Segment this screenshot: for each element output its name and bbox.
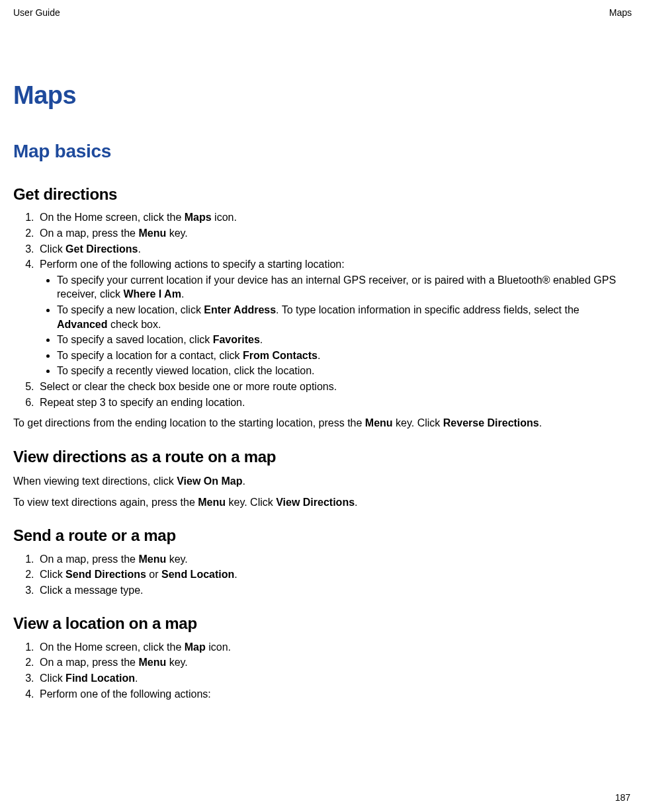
bold-text: View On Map	[177, 475, 242, 487]
list-item: Click Get Directions.	[37, 242, 632, 257]
text: To specify a new location, click	[57, 304, 204, 315]
list-item: Perform one of the following actions to …	[37, 257, 632, 378]
text: Select or clear the check box beside one…	[40, 381, 337, 392]
bold-text: From Contacts	[243, 350, 318, 361]
list-item: To specify your current location if your…	[57, 273, 632, 302]
text: .	[355, 497, 357, 508]
topic-view-location-title: View a location on a map	[13, 613, 632, 634]
text: Click	[40, 672, 65, 684]
bold-text: Favorites	[213, 334, 260, 345]
section-title: Map basics	[13, 139, 632, 164]
text: .	[234, 569, 237, 580]
text: Click a message type.	[40, 585, 144, 596]
text: .	[318, 350, 320, 361]
list-item: To specify a location for a contact, cli…	[57, 348, 632, 363]
sub-bullets: To specify your current location if your…	[40, 273, 632, 378]
list-item: To specify a recently viewed location, c…	[57, 364, 632, 378]
text: To view text directions again, press the	[13, 497, 198, 508]
text: To get directions from the ending locati…	[13, 417, 365, 428]
list-item: Click Send Directions or Send Location.	[37, 567, 632, 582]
text: When viewing text directions, click	[13, 475, 177, 487]
text: key. Click	[226, 497, 276, 508]
bold-text: Menu	[365, 417, 393, 428]
view-location-steps: On the Home screen, click the Map icon. …	[13, 640, 632, 701]
text: On a map, press the	[40, 657, 138, 668]
bold-text: Where I Am	[123, 288, 181, 300]
text: Repeat step 3 to specify an ending locat…	[40, 397, 245, 408]
chapter-title: Maps	[13, 79, 632, 112]
list-item: On the Home screen, click the Maps icon.	[37, 210, 632, 225]
text: key. Click	[393, 417, 443, 428]
text: .	[260, 334, 263, 345]
list-item: To specify a new location, click Enter A…	[57, 303, 632, 331]
bold-text: Menu	[198, 497, 226, 508]
text: To specify a location for a contact, cli…	[57, 350, 243, 361]
text: .	[138, 243, 140, 255]
list-item: Perform one of the following actions:	[37, 687, 632, 702]
text: Perform one of the following actions:	[40, 688, 211, 700]
text: key.	[166, 553, 188, 565]
paragraph: To get directions from the ending locati…	[13, 416, 632, 430]
text: Click	[40, 243, 65, 255]
bold-text: View Directions	[276, 497, 355, 508]
page-container: User Guide Maps Maps Map basics Get dire…	[0, 0, 645, 812]
list-item: On a map, press the Menu key.	[37, 226, 632, 241]
topic-get-directions-title: Get directions	[13, 184, 632, 205]
running-header: User Guide Maps	[13, 7, 632, 19]
bold-text: Menu	[138, 227, 166, 239]
list-item: On the Home screen, click the Map icon.	[37, 640, 632, 655]
bold-text: Maps	[185, 212, 212, 223]
text: To specify a recently viewed location, c…	[57, 365, 315, 376]
text: On the Home screen, click the	[40, 641, 185, 653]
page-number: 187	[615, 792, 630, 804]
list-item: On a map, press the Menu key.	[37, 655, 632, 670]
bold-text: Send Location	[161, 569, 234, 580]
paragraph: To view text directions again, press the…	[13, 495, 632, 510]
text: icon.	[206, 641, 231, 653]
text: .	[135, 672, 138, 684]
bold-text: Menu	[138, 553, 166, 565]
text: icon.	[212, 212, 237, 223]
list-item: On a map, press the Menu key.	[37, 552, 632, 567]
text: Perform one of the following actions to …	[40, 259, 345, 270]
bold-text: Reverse Directions	[443, 417, 539, 428]
text: check box.	[107, 319, 161, 330]
text: key.	[166, 227, 188, 239]
bold-text: Map	[185, 641, 206, 653]
header-right: Maps	[609, 7, 632, 19]
bold-text: Find Location	[65, 672, 135, 684]
text: .	[539, 417, 542, 428]
header-left: User Guide	[13, 7, 60, 19]
list-item: Click Find Location.	[37, 671, 632, 686]
text: or	[146, 569, 161, 580]
text: .	[242, 475, 245, 487]
send-route-steps: On a map, press the Menu key. Click Send…	[13, 552, 632, 598]
list-item: Click a message type.	[37, 583, 632, 598]
text: key.	[166, 657, 188, 668]
bold-text: Menu	[138, 657, 166, 668]
list-item: To specify a saved location, click Favor…	[57, 333, 632, 347]
text: On a map, press the	[40, 227, 138, 239]
get-directions-steps: On the Home screen, click the Maps icon.…	[13, 210, 632, 409]
bold-text: Enter Address	[204, 304, 276, 315]
text: On a map, press the	[40, 553, 138, 565]
text: To specify a saved location, click	[57, 334, 213, 345]
text: . To type location information in specif…	[276, 304, 580, 315]
text: On the Home screen, click the	[40, 212, 185, 223]
list-item: Repeat step 3 to specify an ending locat…	[37, 395, 632, 410]
topic-view-route-title: View directions as a route on a map	[13, 446, 632, 467]
text: Click	[40, 569, 65, 580]
topic-send-route-title: Send a route or a map	[13, 525, 632, 546]
list-item: Select or clear the check box beside one…	[37, 380, 632, 394]
text: .	[181, 288, 184, 300]
bold-text: Advanced	[57, 319, 107, 330]
bold-text: Get Directions	[65, 243, 138, 255]
paragraph: When viewing text directions, click View…	[13, 474, 632, 489]
bold-text: Send Directions	[65, 569, 146, 580]
